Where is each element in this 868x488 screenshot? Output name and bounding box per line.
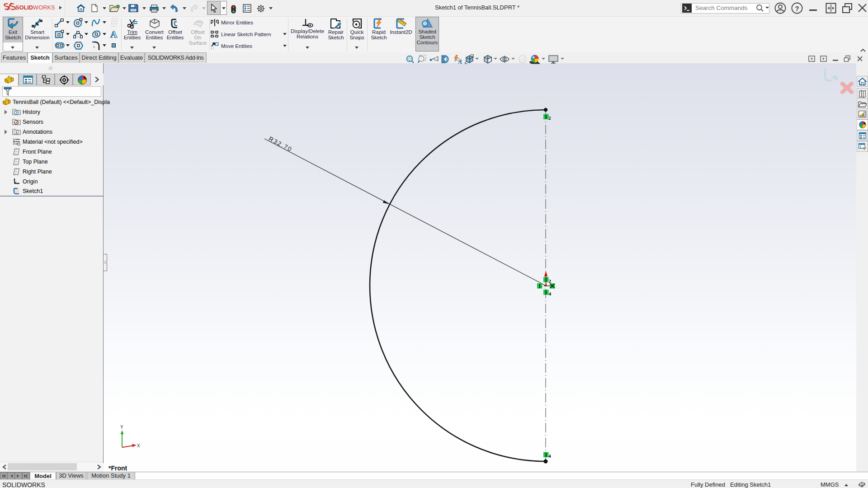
svg-text:A: A [458, 59, 462, 64]
svg-text:X: X [137, 443, 140, 448]
svg-text:A: A [15, 131, 18, 135]
svg-text:SOLIDWORKS: SOLIDWORKS [15, 4, 55, 11]
svg-text:Y: Y [120, 425, 123, 430]
svg-text:A: A [110, 29, 118, 39]
svg-text:?: ? [795, 5, 799, 12]
